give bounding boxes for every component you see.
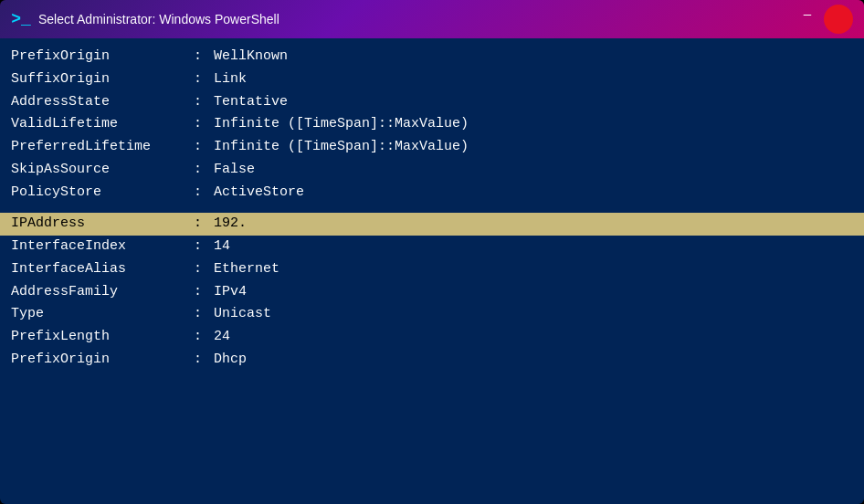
row-policy-store: PolicyStore : ActiveStore (11, 182, 853, 205)
prop-label: SuffixOrigin (11, 68, 194, 91)
prop-label: ValidLifetime (11, 113, 194, 136)
prop-colon: : (194, 349, 210, 372)
redacted-value (247, 213, 345, 236)
prop-label: PolicyStore (11, 182, 194, 205)
row-interface-alias: InterfaceAlias : Ethernet (11, 258, 853, 281)
prop-value: Infinite ([TimeSpan]::MaxValue) (214, 136, 469, 159)
powershell-window: >_ Select Administrator: Windows PowerSh… (0, 0, 864, 504)
prop-value: WellKnown (214, 46, 288, 68)
prop-value: Tentative (214, 91, 288, 114)
prop-value: Link (214, 68, 247, 91)
prop-value: False (214, 159, 255, 182)
prop-label: PrefixOrigin (11, 349, 194, 372)
prop-label: SkipAsSource (11, 159, 194, 182)
prop-label: InterfaceAlias (11, 258, 194, 281)
window-controls: — (795, 5, 853, 34)
prop-colon: : (194, 68, 210, 91)
title-bar: >_ Select Administrator: Windows PowerSh… (0, 0, 864, 38)
prop-colon: : (194, 213, 210, 236)
prop-colon: : (194, 236, 210, 258)
prop-colon: : (194, 182, 210, 205)
minimize-button[interactable]: — (795, 5, 820, 25)
row-prefix-origin-top: PrefixOrigin : WellKnown (11, 46, 853, 68)
prop-label: AddressFamily (11, 281, 194, 304)
prop-label: AddressState (11, 91, 194, 114)
prop-value: 14 (214, 236, 230, 258)
console-spacer (11, 204, 853, 213)
prop-label: PreferredLifetime (11, 136, 194, 159)
prop-colon: : (194, 281, 210, 304)
console-output: PrefixOrigin : WellKnownSuffixOrigin : L… (0, 38, 864, 504)
prop-colon: : (194, 136, 210, 159)
prop-colon: : (194, 113, 210, 136)
row-skip-as-source: SkipAsSource : False (11, 159, 853, 182)
prop-colon: : (194, 303, 210, 326)
prop-value: 24 (214, 326, 230, 349)
prop-value: Infinite ([TimeSpan]::MaxValue) (214, 113, 469, 136)
prop-label: IPAddress (11, 213, 194, 236)
prop-value: Ethernet (214, 258, 279, 281)
row-address-state: AddressState : Tentative (11, 91, 853, 114)
prop-label: PrefixLength (11, 326, 194, 349)
prop-value: ActiveStore (214, 182, 304, 205)
prop-colon: : (194, 159, 210, 182)
prop-colon: : (194, 91, 210, 114)
row-ip-address: IPAddress : 192. (0, 213, 864, 236)
row-type: Type : Unicast (11, 303, 853, 326)
row-interface-index: InterfaceIndex : 14 (11, 236, 853, 258)
row-preferred-lifetime: PreferredLifetime : Infinite ([TimeSpan]… (11, 136, 853, 159)
row-suffix-origin: SuffixOrigin : Link (11, 68, 853, 91)
prop-colon: : (194, 326, 210, 349)
prop-value: Unicast (214, 303, 271, 326)
window-title: Select Administrator: Windows PowerShell (38, 12, 279, 26)
prop-value: IPv4 (214, 281, 247, 304)
prop-colon: : (194, 258, 210, 281)
close-button[interactable] (824, 5, 853, 34)
prop-label: Type (11, 303, 194, 326)
row-prefix-length: PrefixLength : 24 (11, 326, 853, 349)
prop-value: Dhcp (214, 349, 247, 372)
row-address-family: AddressFamily : IPv4 (11, 281, 853, 304)
prop-label: PrefixOrigin (11, 46, 194, 68)
prop-colon: : (194, 46, 210, 68)
prop-value: 192. (214, 213, 345, 236)
row-prefix-origin-bottom: PrefixOrigin : Dhcp (11, 349, 853, 372)
row-valid-lifetime: ValidLifetime : Infinite ([TimeSpan]::Ma… (11, 113, 853, 136)
prop-label: InterfaceIndex (11, 236, 194, 258)
powershell-icon: >_ (11, 9, 31, 29)
